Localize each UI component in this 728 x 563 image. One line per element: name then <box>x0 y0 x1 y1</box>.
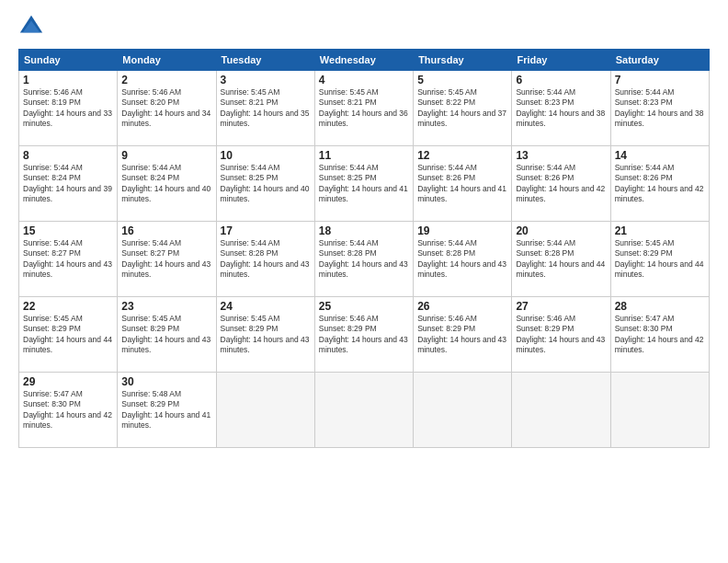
day-header: Thursday <box>414 50 512 71</box>
calendar-cell <box>610 373 709 448</box>
day-number: 12 <box>417 149 507 162</box>
calendar-cell: 22Sunrise: 5:45 AMSunset: 8:29 PMDayligh… <box>19 297 118 373</box>
calendar-cell: 17Sunrise: 5:44 AMSunset: 8:28 PMDayligh… <box>216 222 314 297</box>
day-number: 4 <box>319 74 409 86</box>
day-number: 5 <box>417 74 507 86</box>
calendar-cell: 29Sunrise: 5:47 AMSunset: 8:30 PMDayligh… <box>19 373 118 448</box>
cell-info: Sunrise: 5:44 AMSunset: 8:26 PMDaylight:… <box>516 163 605 203</box>
cell-info: Sunrise: 5:44 AMSunset: 8:25 PMDaylight:… <box>319 163 408 203</box>
week-row: 1Sunrise: 5:46 AMSunset: 8:19 PMDaylight… <box>19 71 710 146</box>
cell-info: Sunrise: 5:45 AMSunset: 8:29 PMDaylight:… <box>615 238 704 279</box>
day-number: 11 <box>319 149 409 162</box>
calendar-cell: 4Sunrise: 5:45 AMSunset: 8:21 PMDaylight… <box>314 71 413 146</box>
cell-info: Sunrise: 5:45 AMSunset: 8:22 PMDaylight:… <box>417 87 506 128</box>
calendar-cell <box>414 373 512 448</box>
day-number: 10 <box>221 149 311 162</box>
calendar-cell: 30Sunrise: 5:48 AMSunset: 8:29 PMDayligh… <box>118 373 216 448</box>
cell-info: Sunrise: 5:44 AMSunset: 8:23 PMDaylight:… <box>516 87 605 128</box>
calendar-cell: 5Sunrise: 5:45 AMSunset: 8:22 PMDaylight… <box>414 71 512 146</box>
calendar-cell: 18Sunrise: 5:44 AMSunset: 8:28 PMDayligh… <box>314 222 413 297</box>
calendar: SundayMondayTuesdayWednesdayThursdayFrid… <box>18 49 710 448</box>
cell-info: Sunrise: 5:44 AMSunset: 8:27 PMDaylight:… <box>23 238 112 279</box>
day-number: 27 <box>516 300 606 313</box>
calendar-cell: 7Sunrise: 5:44 AMSunset: 8:23 PMDaylight… <box>610 71 709 146</box>
day-header: Monday <box>118 50 216 71</box>
calendar-cell: 16Sunrise: 5:44 AMSunset: 8:27 PMDayligh… <box>118 222 216 297</box>
cell-info: Sunrise: 5:45 AMSunset: 8:29 PMDaylight:… <box>121 314 210 354</box>
day-number: 18 <box>319 224 409 237</box>
calendar-cell: 27Sunrise: 5:46 AMSunset: 8:29 PMDayligh… <box>512 297 610 373</box>
cell-info: Sunrise: 5:46 AMSunset: 8:20 PMDaylight:… <box>121 87 210 128</box>
day-number: 20 <box>516 224 606 237</box>
calendar-cell: 10Sunrise: 5:44 AMSunset: 8:25 PMDayligh… <box>216 146 314 222</box>
calendar-cell: 26Sunrise: 5:46 AMSunset: 8:29 PMDayligh… <box>414 297 512 373</box>
cell-info: Sunrise: 5:44 AMSunset: 8:28 PMDaylight:… <box>516 238 605 279</box>
calendar-cell: 9Sunrise: 5:44 AMSunset: 8:24 PMDaylight… <box>118 146 216 222</box>
week-row: 22Sunrise: 5:45 AMSunset: 8:29 PMDayligh… <box>19 297 710 373</box>
calendar-cell: 19Sunrise: 5:44 AMSunset: 8:28 PMDayligh… <box>414 222 512 297</box>
day-number: 25 <box>319 300 409 313</box>
cell-info: Sunrise: 5:44 AMSunset: 8:28 PMDaylight:… <box>319 238 408 279</box>
day-header: Wednesday <box>314 50 413 71</box>
day-number: 19 <box>417 224 507 237</box>
cell-info: Sunrise: 5:47 AMSunset: 8:30 PMDaylight:… <box>615 314 704 354</box>
cell-info: Sunrise: 5:45 AMSunset: 8:21 PMDaylight:… <box>319 87 408 128</box>
day-number: 6 <box>516 74 606 86</box>
cell-info: Sunrise: 5:44 AMSunset: 8:27 PMDaylight:… <box>121 238 210 279</box>
cell-info: Sunrise: 5:46 AMSunset: 8:29 PMDaylight:… <box>319 314 408 354</box>
day-number: 23 <box>121 300 211 313</box>
cell-info: Sunrise: 5:47 AMSunset: 8:30 PMDaylight:… <box>23 389 112 430</box>
calendar-cell: 15Sunrise: 5:44 AMSunset: 8:27 PMDayligh… <box>19 222 118 297</box>
calendar-cell: 24Sunrise: 5:45 AMSunset: 8:29 PMDayligh… <box>216 297 314 373</box>
week-row: 8Sunrise: 5:44 AMSunset: 8:24 PMDaylight… <box>19 146 710 222</box>
day-number: 8 <box>23 149 113 162</box>
cell-info: Sunrise: 5:46 AMSunset: 8:29 PMDaylight:… <box>516 314 605 354</box>
cell-info: Sunrise: 5:44 AMSunset: 8:23 PMDaylight:… <box>615 87 704 128</box>
cell-info: Sunrise: 5:45 AMSunset: 8:29 PMDaylight:… <box>23 314 112 354</box>
calendar-cell: 12Sunrise: 5:44 AMSunset: 8:26 PMDayligh… <box>414 146 512 222</box>
day-number: 28 <box>615 300 705 313</box>
cell-info: Sunrise: 5:45 AMSunset: 8:29 PMDaylight:… <box>221 314 310 354</box>
day-number: 21 <box>615 224 705 237</box>
calendar-cell: 28Sunrise: 5:47 AMSunset: 8:30 PMDayligh… <box>610 297 709 373</box>
day-number: 15 <box>23 224 113 237</box>
day-header: Saturday <box>610 50 709 71</box>
day-number: 24 <box>221 300 311 313</box>
day-number: 13 <box>516 149 606 162</box>
day-header: Friday <box>512 50 610 71</box>
calendar-cell <box>512 373 610 448</box>
calendar-cell: 8Sunrise: 5:44 AMSunset: 8:24 PMDaylight… <box>19 146 118 222</box>
header-row: SundayMondayTuesdayWednesdayThursdayFrid… <box>19 50 710 71</box>
day-number: 1 <box>23 74 113 86</box>
week-row: 29Sunrise: 5:47 AMSunset: 8:30 PMDayligh… <box>19 373 710 448</box>
cell-info: Sunrise: 5:44 AMSunset: 8:26 PMDaylight:… <box>417 163 506 203</box>
calendar-cell: 11Sunrise: 5:44 AMSunset: 8:25 PMDayligh… <box>314 146 413 222</box>
calendar-cell: 23Sunrise: 5:45 AMSunset: 8:29 PMDayligh… <box>118 297 216 373</box>
day-number: 16 <box>121 224 211 237</box>
cell-info: Sunrise: 5:44 AMSunset: 8:28 PMDaylight:… <box>221 238 310 279</box>
cell-info: Sunrise: 5:44 AMSunset: 8:26 PMDaylight:… <box>615 163 704 203</box>
day-number: 14 <box>615 149 705 162</box>
cell-info: Sunrise: 5:48 AMSunset: 8:29 PMDaylight:… <box>121 389 210 430</box>
day-number: 29 <box>23 375 113 388</box>
cell-info: Sunrise: 5:44 AMSunset: 8:25 PMDaylight:… <box>221 163 310 203</box>
page: SundayMondayTuesdayWednesdayThursdayFrid… <box>0 0 728 563</box>
logo <box>18 14 48 40</box>
day-header: Tuesday <box>216 50 314 71</box>
header <box>18 14 710 40</box>
calendar-cell: 3Sunrise: 5:45 AMSunset: 8:21 PMDaylight… <box>216 71 314 146</box>
day-header: Sunday <box>19 50 118 71</box>
day-number: 17 <box>221 224 311 237</box>
calendar-cell: 2Sunrise: 5:46 AMSunset: 8:20 PMDaylight… <box>118 71 216 146</box>
calendar-cell: 6Sunrise: 5:44 AMSunset: 8:23 PMDaylight… <box>512 71 610 146</box>
cell-info: Sunrise: 5:44 AMSunset: 8:24 PMDaylight:… <box>23 163 112 203</box>
day-number: 22 <box>23 300 113 313</box>
cell-info: Sunrise: 5:46 AMSunset: 8:19 PMDaylight:… <box>23 87 112 128</box>
calendar-cell: 13Sunrise: 5:44 AMSunset: 8:26 PMDayligh… <box>512 146 610 222</box>
day-number: 9 <box>121 149 211 162</box>
day-number: 26 <box>417 300 507 313</box>
logo-icon <box>18 14 44 40</box>
cell-info: Sunrise: 5:46 AMSunset: 8:29 PMDaylight:… <box>417 314 506 354</box>
calendar-cell: 21Sunrise: 5:45 AMSunset: 8:29 PMDayligh… <box>610 222 709 297</box>
day-number: 2 <box>121 74 211 86</box>
